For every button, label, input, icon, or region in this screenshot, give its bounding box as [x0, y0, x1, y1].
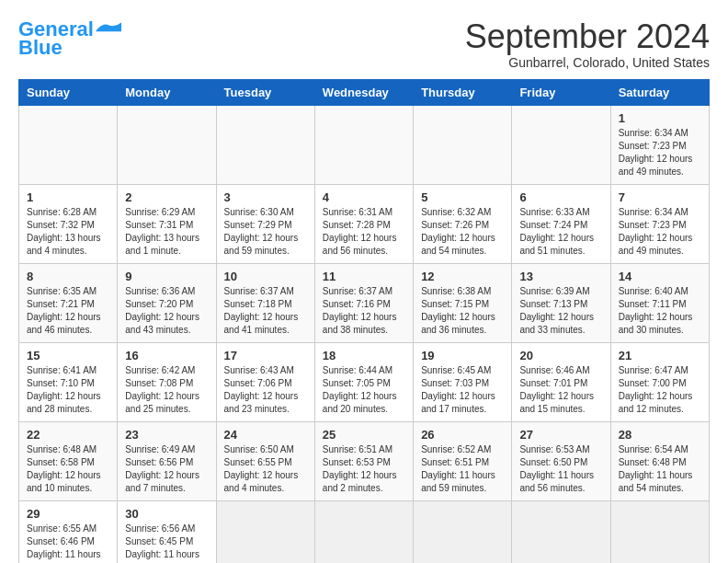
day-number: 17: [224, 349, 307, 362]
day-number: 30: [125, 507, 208, 521]
day-number: 16: [125, 349, 208, 362]
day-number: 24: [224, 428, 307, 442]
day-number: 12: [421, 270, 504, 283]
day-details: Sunrise: 6:54 AMSunset: 6:48 PMDaylight:…: [619, 443, 701, 495]
empty-cell: [414, 105, 512, 184]
day-cell-18: 18Sunrise: 6:44 AMSunset: 7:05 PMDayligh…: [314, 342, 413, 421]
empty-cell: [216, 105, 314, 184]
day-number: 7: [619, 190, 701, 204]
calendar-header-row: SundayMondayTuesdayWednesdayThursdayFrid…: [19, 79, 710, 105]
week-row-3: 15Sunrise: 6:41 AMSunset: 7:10 PMDayligh…: [19, 342, 710, 421]
day-cell-5: 5Sunrise: 6:32 AMSunset: 7:26 PMDaylight…: [414, 184, 512, 263]
day-details: Sunrise: 6:51 AMSunset: 6:53 PMDaylight:…: [323, 443, 405, 495]
calendar-header-thursday: Thursday: [414, 79, 512, 105]
day-cell-30: 30Sunrise: 6:56 AMSunset: 6:45 PMDayligh…: [118, 500, 216, 563]
day-details: Sunrise: 6:35 AMSunset: 7:21 PMDaylight:…: [27, 285, 109, 337]
day-cell-27: 27Sunrise: 6:53 AMSunset: 6:50 PMDayligh…: [512, 421, 610, 500]
day-number: 19: [421, 349, 504, 362]
day-number: 23: [125, 428, 208, 442]
day-cell-20: 20Sunrise: 6:46 AMSunset: 7:01 PMDayligh…: [512, 342, 610, 421]
day-number: 18: [323, 349, 405, 362]
day-number: 5: [421, 190, 504, 204]
calendar-header-saturday: Saturday: [610, 79, 709, 105]
day-cell-29: 29Sunrise: 6:55 AMSunset: 6:46 PMDayligh…: [19, 500, 118, 563]
day-number: 15: [27, 349, 109, 362]
day-cell-24: 24Sunrise: 6:50 AMSunset: 6:55 PMDayligh…: [216, 421, 314, 500]
day-cell-17: 17Sunrise: 6:43 AMSunset: 7:06 PMDayligh…: [216, 342, 314, 421]
day-number: 29: [27, 507, 109, 521]
day-details: Sunrise: 6:50 AMSunset: 6:55 PMDaylight:…: [224, 443, 307, 495]
empty-cell: [610, 500, 709, 563]
day-number: 13: [519, 270, 602, 283]
day-number: 27: [519, 428, 602, 442]
title-area: September 2024 Gunbarrel, Colorado, Unit…: [465, 18, 710, 70]
day-number: 8: [27, 270, 109, 283]
day-details: Sunrise: 6:38 AMSunset: 7:15 PMDaylight:…: [421, 285, 504, 337]
day-number: 3: [224, 190, 307, 204]
day-number: 2: [125, 190, 208, 204]
day-cell-10: 10Sunrise: 6:37 AMSunset: 7:18 PMDayligh…: [216, 263, 314, 342]
day-cell-2: 2Sunrise: 6:29 AMSunset: 7:31 PMDaylight…: [118, 184, 216, 263]
calendar-header-sunday: Sunday: [19, 79, 118, 105]
day-details: Sunrise: 6:47 AMSunset: 7:00 PMDaylight:…: [619, 364, 701, 416]
day-details: Sunrise: 6:56 AMSunset: 6:45 PMDaylight:…: [125, 523, 208, 563]
day-number: 4: [323, 190, 405, 204]
day-number: 9: [125, 270, 208, 283]
day-details: Sunrise: 6:28 AMSunset: 7:32 PMDaylight:…: [27, 206, 109, 258]
day-cell-13: 13Sunrise: 6:39 AMSunset: 7:13 PMDayligh…: [512, 263, 610, 342]
week-row-2: 8Sunrise: 6:35 AMSunset: 7:21 PMDaylight…: [19, 263, 710, 342]
day-details: Sunrise: 6:31 AMSunset: 7:28 PMDaylight:…: [323, 206, 405, 258]
calendar-header-monday: Monday: [118, 79, 216, 105]
day-cell-14: 14Sunrise: 6:40 AMSunset: 7:11 PMDayligh…: [610, 263, 709, 342]
day-cell-6: 6Sunrise: 6:33 AMSunset: 7:24 PMDaylight…: [512, 184, 610, 263]
day-cell-8: 8Sunrise: 6:35 AMSunset: 7:21 PMDaylight…: [19, 263, 118, 342]
day-number: 20: [519, 349, 602, 362]
day-details: Sunrise: 6:34 AMSunset: 7:23 PMDaylight:…: [619, 206, 701, 258]
day-cell-23: 23Sunrise: 6:49 AMSunset: 6:56 PMDayligh…: [118, 421, 216, 500]
empty-cell: [118, 105, 216, 184]
day-number: 14: [619, 270, 701, 283]
day-cell-21: 21Sunrise: 6:47 AMSunset: 7:00 PMDayligh…: [610, 342, 709, 421]
day-number: 1: [619, 111, 701, 125]
day-number: 26: [421, 428, 504, 442]
day-cell-1: 1Sunrise: 6:34 AMSunset: 7:23 PMDaylight…: [610, 105, 709, 184]
day-details: Sunrise: 6:46 AMSunset: 7:01 PMDaylight:…: [519, 364, 602, 416]
day-number: 11: [323, 270, 405, 283]
day-details: Sunrise: 6:33 AMSunset: 7:24 PMDaylight:…: [519, 206, 602, 258]
day-details: Sunrise: 6:55 AMSunset: 6:46 PMDaylight:…: [27, 523, 109, 563]
day-details: Sunrise: 6:37 AMSunset: 7:16 PMDaylight:…: [323, 285, 405, 337]
logo-subtext: Blue: [18, 37, 63, 59]
day-cell-7: 7Sunrise: 6:34 AMSunset: 7:23 PMDaylight…: [610, 184, 709, 263]
header: General Blue September 2024 Gunbarrel, C…: [18, 18, 710, 70]
day-details: Sunrise: 6:49 AMSunset: 6:56 PMDaylight:…: [125, 443, 208, 495]
day-details: Sunrise: 6:30 AMSunset: 7:29 PMDaylight:…: [224, 206, 307, 258]
day-number: 1: [27, 190, 109, 204]
empty-cell: [314, 105, 413, 184]
week-row-0: 1Sunrise: 6:34 AMSunset: 7:23 PMDaylight…: [19, 105, 710, 184]
day-details: Sunrise: 6:36 AMSunset: 7:20 PMDaylight:…: [125, 285, 208, 337]
day-cell-16: 16Sunrise: 6:42 AMSunset: 7:08 PMDayligh…: [118, 342, 216, 421]
day-cell-4: 4Sunrise: 6:31 AMSunset: 7:28 PMDaylight…: [314, 184, 413, 263]
day-cell-28: 28Sunrise: 6:54 AMSunset: 6:48 PMDayligh…: [610, 421, 709, 500]
day-cell-22: 22Sunrise: 6:48 AMSunset: 6:58 PMDayligh…: [19, 421, 118, 500]
day-number: 6: [519, 190, 602, 204]
logo: General Blue: [18, 18, 121, 59]
calendar-header-friday: Friday: [512, 79, 610, 105]
day-number: 10: [224, 270, 307, 283]
day-details: Sunrise: 6:41 AMSunset: 7:10 PMDaylight:…: [27, 364, 109, 416]
day-cell-3: 3Sunrise: 6:30 AMSunset: 7:29 PMDaylight…: [216, 184, 314, 263]
empty-cell: [512, 500, 610, 563]
month-title: September 2024: [465, 18, 710, 55]
location: Gunbarrel, Colorado, United States: [465, 55, 710, 70]
empty-cell: [414, 500, 512, 563]
day-number: 28: [619, 428, 701, 442]
week-row-5: 29Sunrise: 6:55 AMSunset: 6:46 PMDayligh…: [19, 500, 710, 563]
empty-cell: [216, 500, 314, 563]
day-cell-19: 19Sunrise: 6:45 AMSunset: 7:03 PMDayligh…: [414, 342, 512, 421]
day-details: Sunrise: 6:34 AMSunset: 7:23 PMDaylight:…: [619, 127, 701, 178]
empty-cell: [512, 105, 610, 184]
day-cell-11: 11Sunrise: 6:37 AMSunset: 7:16 PMDayligh…: [314, 263, 413, 342]
day-details: Sunrise: 6:45 AMSunset: 7:03 PMDaylight:…: [421, 364, 504, 416]
day-cell-1: 1Sunrise: 6:28 AMSunset: 7:32 PMDaylight…: [19, 184, 118, 263]
day-cell-9: 9Sunrise: 6:36 AMSunset: 7:20 PMDaylight…: [118, 263, 216, 342]
